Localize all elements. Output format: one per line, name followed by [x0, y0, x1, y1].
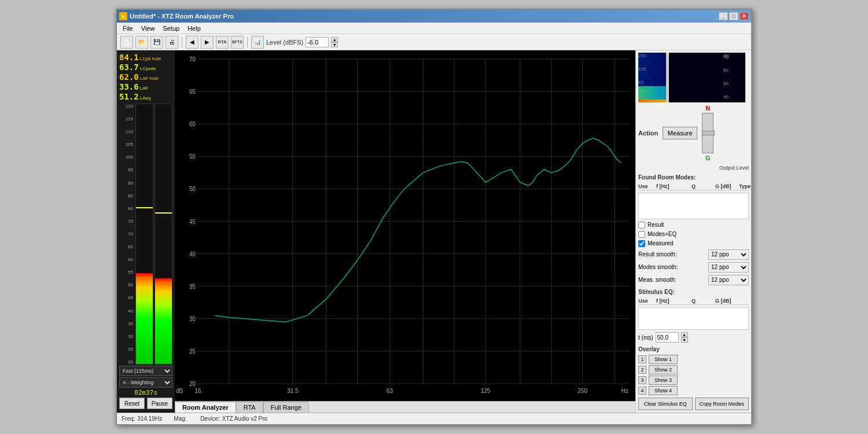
open-button[interactable]: 📂 [135, 36, 148, 49]
modes-eq-checkbox[interactable] [638, 231, 645, 238]
result-checkbox[interactable] [638, 222, 645, 229]
spectrogram-canvas [638, 53, 745, 102]
menu-help[interactable]: Help [184, 24, 204, 33]
lcpk-hold-label: LCpk hold [140, 56, 161, 61]
laf-hold-value: 62.0 [119, 72, 139, 82]
bfts-button[interactable]: BFTS [231, 36, 244, 49]
result-smooth-row: Result smooth: 12 ppo [638, 249, 749, 260]
forward-button[interactable]: ▶ [201, 36, 214, 49]
window-title: Untitled* - XTZ Room Analyzer Pro [130, 13, 234, 20]
action-row: Action Measure N G [638, 105, 749, 161]
result-smooth-label: Result smooth: [638, 251, 677, 258]
tab-room-analyzer[interactable]: Room Analyzer [175, 402, 236, 413]
maximize-button[interactable]: □ [729, 12, 738, 20]
stim-col-q: Q [692, 298, 715, 304]
stimulus-table [638, 307, 749, 330]
new-button[interactable]: 📄 [120, 36, 133, 49]
level-down[interactable]: ▼ [331, 42, 338, 47]
rta-button[interactable]: RTA [216, 36, 229, 49]
meas-smooth-select[interactable]: 12 ppo [708, 275, 749, 285]
mag-label: Mag: [174, 415, 186, 422]
toolbar: 📄 📂 💾 🖨 ◀ ▶ RTA BFTS 📊 Level (dBFS) ▲ ▼ [117, 34, 751, 50]
print-button[interactable]: 🖨 [165, 36, 178, 49]
t-ms-spinner[interactable]: ▲ ▼ [681, 332, 688, 343]
overlay-show-3[interactable]: Show 3 [649, 376, 678, 385]
menu-file[interactable]: File [119, 24, 137, 33]
vu-scale: 120 115 110 105 100 95 90 85 80 75 70 65… [119, 104, 133, 365]
stim-col-g: G [dB] [715, 298, 738, 304]
weighting-select[interactable]: A - Weighting [119, 377, 172, 388]
overlay-row-4: 4 Show 4 [638, 386, 749, 395]
vu-bar-right [155, 104, 172, 365]
fast-select[interactable]: Fast (125ms) [119, 366, 172, 376]
overlay-num-3: 3 [638, 376, 646, 384]
overlay-row-2: 2 Show 2 [638, 365, 749, 374]
stimulus-header: Use f [Hz] Q G [dB] [638, 297, 749, 305]
result-checkbox-row: Result [638, 222, 749, 229]
level-up[interactable]: ▲ [331, 37, 338, 42]
tab-rta[interactable]: RTA [236, 402, 263, 413]
vu-bar-left [135, 104, 153, 365]
level-slider-track [702, 113, 713, 153]
level-input[interactable] [306, 37, 329, 47]
reset-button[interactable]: Reset [119, 398, 145, 409]
device-value: XTZ Audio v2 Pro [222, 415, 267, 422]
menu-setup[interactable]: Setup [159, 24, 183, 33]
laeq-row: 51.2 LAeq [119, 92, 172, 101]
level-slider-thumb[interactable] [702, 131, 715, 135]
right-panel: Action Measure N G Output Level Found Ro… [635, 50, 751, 413]
graph-canvas [175, 50, 635, 401]
overlay-show-1[interactable]: Show 1 [649, 355, 678, 364]
minimize-button[interactable]: _ [719, 12, 728, 20]
laf-row: 33.6 LAF [119, 82, 172, 91]
left-panel: 84.1 LCpk hold 63.7 LCpeak 62.0 LAF hold… [117, 50, 175, 413]
modes-eq-checkbox-row: Modes+EQ [638, 231, 749, 238]
laf-hold-label: LAF hold [140, 76, 159, 81]
measured-checkbox[interactable] [638, 240, 645, 247]
main-graph-canvas [175, 50, 635, 401]
status-bar: Freq: 314.19Hz Mag: Device: XTZ Audio v2… [117, 413, 751, 424]
freq-value: 314.19Hz [137, 415, 162, 422]
clear-stimulus-button[interactable]: Clear Stimulus EQ [638, 398, 693, 410]
modes-eq-label: Modes+EQ [648, 231, 676, 237]
overlay-show-4[interactable]: Show 4 [649, 386, 678, 395]
t-ms-up[interactable]: ▲ [681, 332, 688, 337]
laf-label: LAF [140, 86, 149, 91]
laf-hold-row: 62.0 LAF hold [119, 72, 172, 82]
col-freq: f [Hz] [656, 183, 691, 189]
meas-smooth-label: Meas. smooth: [638, 277, 676, 283]
measure-button[interactable]: Measure [663, 127, 697, 139]
modes-smooth-select[interactable]: 12 ppo [708, 262, 749, 273]
overlay-show-2[interactable]: Show 2 [649, 365, 678, 374]
copy-room-button[interactable]: Copy Room Modes [695, 398, 749, 410]
room-modes-header: Use f [Hz] Q G [dB] Type [638, 183, 749, 190]
tab-full-range[interactable]: Full Range [263, 402, 309, 413]
lcpeak-value: 63.7 [119, 62, 139, 72]
back-button[interactable]: ◀ [186, 36, 198, 49]
level-spinner[interactable]: ▲ ▼ [331, 37, 338, 47]
overlay-num-1: 1 [638, 355, 646, 363]
pause-button[interactable]: Pause [147, 398, 172, 409]
toolbar-sep-1 [182, 37, 182, 47]
level-label: Level (dBFS) [266, 39, 303, 46]
t-ms-row: t (ms) ▲ ▼ [638, 332, 749, 343]
graph-area: Room Analyzer RTA Full Range [175, 50, 635, 413]
close-button[interactable]: ✕ [740, 12, 749, 20]
t-ms-input[interactable] [656, 332, 679, 343]
save-button[interactable]: 💾 [150, 36, 163, 49]
menu-view[interactable]: View [138, 24, 159, 33]
result-smooth-select[interactable]: 12 ppo [708, 249, 749, 260]
col-g: G [dB] [715, 183, 738, 189]
vu-marker-left [136, 207, 153, 208]
vu-bar-left-fill [136, 273, 153, 364]
graph-tabs: Room Analyzer RTA Full Range [175, 401, 635, 413]
measured-checkbox-row: Measured [638, 240, 749, 247]
overlay-row-1: 1 Show 1 [638, 355, 749, 364]
n-indicator: N [705, 105, 710, 112]
col-type: Type [739, 183, 751, 189]
title-bar-buttons: _ □ ✕ [719, 12, 749, 20]
analyzer-icon[interactable]: 📊 [251, 36, 264, 49]
t-ms-down[interactable]: ▼ [681, 337, 688, 343]
modes-smooth-row: Modes smooth: 12 ppo [638, 262, 749, 273]
main-content: 84.1 LCpk hold 63.7 LCpeak 62.0 LAF hold… [117, 50, 751, 413]
